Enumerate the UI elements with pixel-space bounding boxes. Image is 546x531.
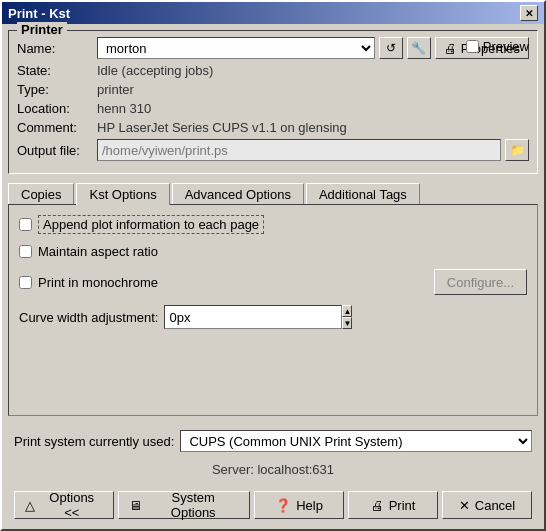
comment-row: Comment: HP LaserJet Series CUPS v1.1 on… bbox=[17, 120, 529, 135]
spin-down-button[interactable]: ▼ bbox=[342, 317, 352, 329]
state-value: Idle (accepting jobs) bbox=[97, 63, 213, 78]
close-button[interactable]: ✕ bbox=[520, 5, 538, 21]
printer-icon: 🖨 bbox=[444, 41, 457, 56]
tab-additional-tags[interactable]: Additional Tags bbox=[306, 183, 420, 205]
type-value: printer bbox=[97, 82, 134, 97]
maintain-aspect-row: Maintain aspect ratio bbox=[19, 244, 527, 259]
printer-group: Printer Name: morton ↺ 🔧 🖨 Properties bbox=[8, 30, 538, 174]
curve-width-label: Curve width adjustment: bbox=[19, 310, 158, 325]
window-title: Print - Kst bbox=[8, 6, 70, 21]
comment-label: Comment: bbox=[17, 120, 97, 135]
spin-up-button[interactable]: ▲ bbox=[342, 305, 352, 317]
name-label: Name: bbox=[17, 41, 97, 56]
preview-checkbox[interactable] bbox=[466, 40, 479, 53]
printer-row: morton ↺ 🔧 🖨 Properties bbox=[97, 37, 529, 59]
name-row: Name: morton ↺ 🔧 🖨 Properties bbox=[17, 37, 529, 59]
type-row: Type: printer bbox=[17, 82, 529, 97]
print-icon: 🖨 bbox=[371, 498, 384, 513]
maintain-aspect-checkbox[interactable] bbox=[19, 245, 32, 258]
tab-advanced-options[interactable]: Advanced Options bbox=[172, 183, 304, 205]
curve-width-input[interactable] bbox=[164, 305, 342, 329]
location-label: Location: bbox=[17, 101, 97, 116]
configure-button[interactable]: Configure... bbox=[434, 269, 527, 295]
curve-width-row: Curve width adjustment: ▲ ▼ bbox=[19, 305, 527, 329]
cancel-button[interactable]: ✕ Cancel bbox=[442, 491, 532, 519]
location-row: Location: henn 310 bbox=[17, 101, 529, 116]
type-label: Type: bbox=[17, 82, 97, 97]
system-options-icon: 🖥 bbox=[129, 498, 142, 513]
print-system-select[interactable]: CUPS (Common UNIX Print System) bbox=[180, 430, 532, 452]
output-label: Output file: bbox=[17, 143, 97, 158]
options-button[interactable]: △ Options << bbox=[14, 491, 114, 519]
printer-group-label: Printer bbox=[17, 22, 67, 37]
output-field-row: 📁 bbox=[97, 139, 529, 161]
options-icon: △ bbox=[25, 498, 35, 513]
wrench-icon-btn[interactable]: 🔧 bbox=[407, 37, 431, 59]
main-window: Print - Kst ✕ Printer Name: morton ↺ 🔧 🖨 bbox=[0, 0, 546, 531]
append-plot-checkbox[interactable] bbox=[19, 218, 32, 231]
help-button[interactable]: ❓ Help bbox=[254, 491, 344, 519]
print-button[interactable]: 🖨 Print bbox=[348, 491, 438, 519]
monochrome-row: Print in monochrome bbox=[19, 275, 158, 290]
help-icon: ❓ bbox=[275, 498, 291, 513]
curve-spin-box: ▲ ▼ bbox=[164, 305, 344, 329]
comment-value: HP LaserJet Series CUPS v1.1 on glensing bbox=[97, 120, 347, 135]
maintain-aspect-label: Maintain aspect ratio bbox=[38, 244, 158, 259]
tab-kst-options[interactable]: Kst Options bbox=[76, 183, 169, 205]
append-plot-label: Append plot information to each page bbox=[38, 215, 264, 234]
tab-copies[interactable]: Copies bbox=[8, 183, 74, 205]
title-bar: Print - Kst ✕ bbox=[2, 2, 544, 24]
print-system-row: Print system currently used: CUPS (Commo… bbox=[8, 426, 538, 456]
bottom-buttons: △ Options << 🖥 System Options ❓ Help 🖨 P… bbox=[8, 487, 538, 523]
output-input[interactable] bbox=[97, 139, 501, 161]
tabs-section: Copies Kst Options Advanced Options Addi… bbox=[8, 180, 538, 416]
printer-select[interactable]: morton bbox=[97, 37, 375, 59]
output-row: Output file: 📁 bbox=[17, 139, 529, 161]
append-plot-row: Append plot information to each page bbox=[19, 215, 527, 234]
state-row: State: Idle (accepting jobs) bbox=[17, 63, 529, 78]
tab-content-kst-options: Append plot information to each page Mai… bbox=[8, 204, 538, 416]
monochrome-configure-row: Print in monochrome Configure... bbox=[19, 269, 527, 295]
spin-buttons: ▲ ▼ bbox=[342, 305, 352, 329]
monochrome-label: Print in monochrome bbox=[38, 275, 158, 290]
title-bar-buttons: ✕ bbox=[520, 5, 538, 21]
refresh-icon-btn[interactable]: ↺ bbox=[379, 37, 403, 59]
browse-folder-icon-btn[interactable]: 📁 bbox=[505, 139, 529, 161]
window-body: Printer Name: morton ↺ 🔧 🖨 Properties bbox=[2, 24, 544, 529]
location-value: henn 310 bbox=[97, 101, 151, 116]
system-options-button[interactable]: 🖥 System Options bbox=[118, 491, 250, 519]
monochrome-checkbox[interactable] bbox=[19, 276, 32, 289]
server-label: Server: localhost:631 bbox=[8, 462, 538, 477]
print-system-label: Print system currently used: bbox=[14, 434, 174, 449]
tabs-container: Copies Kst Options Advanced Options Addi… bbox=[8, 182, 538, 204]
state-label: State: bbox=[17, 63, 97, 78]
cancel-icon: ✕ bbox=[459, 498, 470, 513]
preview-label: Preview bbox=[483, 39, 529, 54]
